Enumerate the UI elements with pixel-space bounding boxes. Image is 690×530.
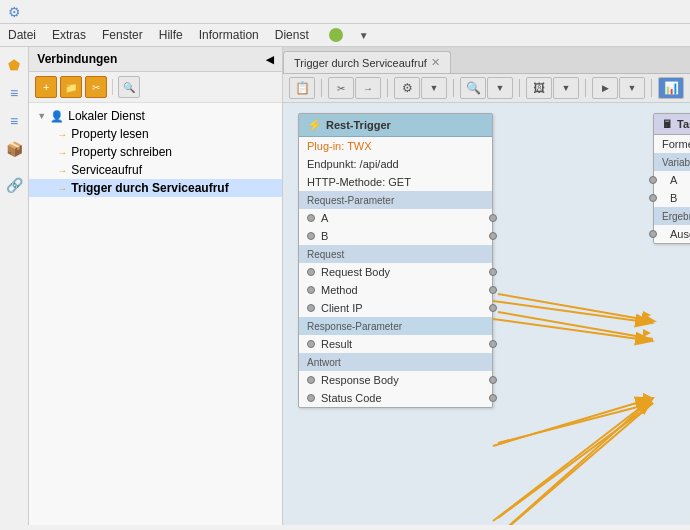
tab-trigger[interactable]: Trigger durch Serviceaufruf ✕: [283, 51, 451, 73]
svg-line-0: [498, 294, 653, 321]
rest-param-b-port-right: [489, 232, 497, 240]
calc-formula-row: Formel: A+B: [654, 135, 690, 153]
dt-image-down-btn[interactable]: ▼: [553, 77, 579, 99]
connections-title: Verbindungen: [37, 52, 117, 66]
connections-toolbar: + 📁 ✂ 🔍: [29, 72, 282, 103]
rest-result-text: Result: [321, 338, 352, 350]
dt-sep2: [387, 79, 388, 97]
rest-trigger-header: ⚡ Rest-Trigger: [299, 114, 492, 137]
rest-param-b-row: B: [299, 227, 492, 245]
rest-response-params-section: Response-Parameter: [299, 317, 492, 335]
calc-a-row: A: [654, 171, 690, 189]
tree-item-property-schreiben[interactable]: → Property schreiben: [29, 143, 282, 161]
dt-play-down-btn[interactable]: ▼: [619, 77, 645, 99]
tree-item-trigger[interactable]: → Trigger durch Serviceaufruf: [29, 179, 282, 197]
rest-statuscode-text: Status Code: [321, 392, 382, 404]
calc-formula-text: Formel: A+B: [662, 138, 690, 150]
rest-method2-port-left: [307, 286, 315, 294]
dt-gear-btn[interactable]: ⚙: [394, 77, 420, 99]
dt-search-btn[interactable]: 🔍: [460, 77, 486, 99]
calc-output-row: Ausgabewert: [654, 225, 690, 243]
rest-result-port-left: [307, 340, 315, 348]
calc-result-label: Ergebnis: [662, 211, 690, 222]
calc-output-text: Ausgabewert: [670, 228, 690, 240]
calc-b-port-left: [649, 194, 657, 202]
menu-fenster[interactable]: Fenster: [102, 28, 143, 42]
tree-item-property-lesen[interactable]: → Property lesen: [29, 125, 282, 143]
dt-play-btn[interactable]: ▶: [592, 77, 618, 99]
add-button[interactable]: +: [35, 76, 57, 98]
rest-endpoint-row: Endpunkt: /api/add: [299, 155, 492, 173]
svg-marker-6: [643, 329, 651, 337]
dt-btn-group1: ✂ →: [328, 77, 381, 99]
search-button[interactable]: 🔍: [118, 76, 140, 98]
dt-btn-group4: 🖼 ▼: [526, 77, 579, 99]
dt-sep6: [651, 79, 652, 97]
menu-information[interactable]: Information: [199, 28, 259, 42]
calc-vars-label: Variablen: [662, 157, 690, 168]
dt-search-down-btn[interactable]: ▼: [487, 77, 513, 99]
folder-button[interactable]: 📁: [60, 76, 82, 98]
rest-method2-port-right: [489, 286, 497, 294]
right-content: Trigger durch Serviceaufruf ✕ 📋 ✂ → ⚙ ▼ …: [283, 47, 690, 525]
rest-req-params-section: Request-Parameter: [299, 191, 492, 209]
dt-cut-btn[interactable]: ✂: [328, 77, 354, 99]
tree-root-label: Lokaler Dienst: [68, 109, 145, 123]
dt-paste-btn[interactable]: 📋: [289, 77, 315, 99]
menu-datei[interactable]: Datei: [8, 28, 36, 42]
menu-hilfe[interactable]: Hilfe: [159, 28, 183, 42]
calculator-icon: 🖩: [662, 118, 673, 130]
rest-response-params-label: Response-Parameter: [307, 321, 402, 332]
nav-icon-2[interactable]: ≡: [2, 81, 26, 105]
tree-root[interactable]: ▼ 👤 Lokaler Dienst: [29, 107, 282, 125]
rest-respbody-port-right: [489, 376, 497, 384]
menu-extras[interactable]: Extras: [52, 28, 86, 42]
tab-close-button[interactable]: ✕: [431, 56, 440, 69]
rest-clientip-port-left: [307, 304, 315, 312]
rest-param-a-text: A: [321, 212, 328, 224]
dt-btn-group5: ▶ ▼: [592, 77, 645, 99]
dt-arrow-btn[interactable]: →: [355, 77, 381, 99]
dt-sep5: [585, 79, 586, 97]
rest-reqbody-text: Request Body: [321, 266, 390, 278]
rest-param-a-port-right: [489, 214, 497, 222]
dt-image-btn[interactable]: 🖼: [526, 77, 552, 99]
rest-statuscode-port-right: [489, 394, 497, 402]
rest-statuscode-row: Status Code: [299, 389, 492, 407]
diagram-area: ⚡ Rest-Trigger Plug-in: TWX Endpunkt: /a…: [283, 103, 690, 525]
tree-item-label-1: Property lesen: [71, 127, 148, 141]
svg-marker-5: [643, 311, 651, 319]
calc-vars-section: Variablen: [654, 153, 690, 171]
nav-icon-4[interactable]: 📦: [2, 137, 26, 161]
left-iconbar: ⬟ ≡ ≡ 📦 🔗: [0, 47, 29, 525]
menu-dienst[interactable]: Dienst: [275, 28, 309, 42]
rest-result-port-right: [489, 340, 497, 348]
person-icon: 👤: [50, 110, 64, 123]
dt-chart-btn[interactable]: 📊: [658, 77, 684, 99]
rest-method-text: HTTP-Methode: GET: [307, 176, 411, 188]
rest-respbody-row: Response Body: [299, 371, 492, 389]
collapse-icon[interactable]: ◀: [266, 54, 274, 65]
rest-statuscode-port-left: [307, 394, 315, 402]
dienst-dropdown-icon[interactable]: ▼: [359, 30, 369, 41]
nav-icon-5[interactable]: 🔗: [2, 173, 26, 197]
nav-icon-3[interactable]: ≡: [2, 109, 26, 133]
rest-request-section: Request: [299, 245, 492, 263]
rest-antwort-section: Antwort: [299, 353, 492, 371]
app-logo-icon: ⚙: [8, 4, 21, 20]
tree-expand-icon: ▼: [37, 111, 46, 121]
rest-clientip-row: Client IP: [299, 299, 492, 317]
dt-down-btn[interactable]: ▼: [421, 77, 447, 99]
rest-endpoint-text: Endpunkt: /api/add: [307, 158, 399, 170]
svg-line-2: [498, 403, 653, 443]
diagram-toolbar: 📋 ✂ → ⚙ ▼ 🔍 ▼ 🖼 ▼ ▶: [283, 74, 690, 103]
svg-line-3: [498, 403, 653, 518]
calc-output-port-left: [649, 230, 657, 238]
nav-icon-1[interactable]: ⬟: [2, 53, 26, 77]
dt-sep3: [453, 79, 454, 97]
rest-result-row: Result: [299, 335, 492, 353]
rest-reqbody-row: Request Body: [299, 263, 492, 281]
cut-button[interactable]: ✂: [85, 76, 107, 98]
calc-a-text: A: [670, 174, 677, 186]
tree-item-serviceaufruf[interactable]: → Serviceaufruf: [29, 161, 282, 179]
